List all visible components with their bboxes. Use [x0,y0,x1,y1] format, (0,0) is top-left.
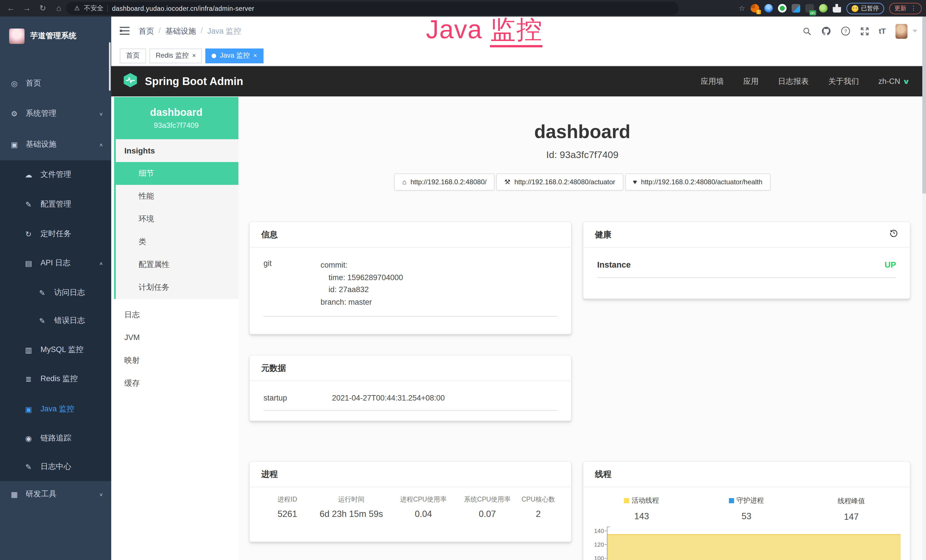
user-avatar[interactable] [896,24,908,38]
extension-icon-orange[interactable]: 1 [750,4,759,12]
extension-badge: 1 [756,10,761,14]
extensions-puzzle-icon[interactable] [832,4,841,12]
screen: ← → ↻ ⌂ ⚠ 不安全 dashboard.yudao.iocoder.cn… [0,0,926,560]
sba-item-caches[interactable]: 缓存 [114,372,238,395]
row-divider [263,410,557,411]
tab-redis-monitor[interactable]: Redis 监控 × [150,48,202,63]
sba-instance-header[interactable]: dashboard 93a3fc7f7409 [114,97,238,139]
cloud-icon: ☁ [24,170,33,179]
edit-icon: ✎ [24,200,33,209]
close-icon[interactable]: × [253,53,257,59]
actuator-url-button[interactable]: ⚒ http://192.168.0.2:48080/actuator [496,173,623,191]
hamburger-icon[interactable] [120,27,130,35]
search-icon[interactable] [802,27,811,36]
extension-icon-list[interactable]: on [805,4,814,12]
sidebar-item-log-center[interactable]: ✎ 日志中心 [0,453,111,481]
history-icon: ↻ [24,230,33,238]
sba-nav-wallboard[interactable]: 应用墙 [701,76,724,86]
document-icon: ▤ [24,259,33,267]
sidebar-scrollbar[interactable] [109,42,110,91]
sba-item-scheduled[interactable]: 计划任务 [116,276,238,299]
reload-icon[interactable]: ↻ [35,0,50,17]
y-tick-120: 120 [594,541,604,548]
security-warning-icon[interactable]: ⚠ [74,5,80,12]
scrollbar-thumb[interactable] [922,17,926,194]
forward-icon[interactable]: → [20,0,34,17]
pid-value: 5261 [263,509,311,519]
sidebar-item-scheduled-tasks[interactable]: ↻ 定时任务 [0,219,111,248]
app-logo-image [9,28,24,44]
sba-instance-name: dashboard [114,107,238,119]
monitor-icon: ▣ [10,140,19,148]
sba-locale-select[interactable]: zh-CN ∨ [878,77,909,86]
browser-menu-icon[interactable]: ⋮ [910,5,917,12]
address-bar[interactable]: ⚠ 不安全 dashboard.yudao.iocoder.cn/infra/a… [66,2,679,15]
startup-row: startup 2021-04-27T00:44:31.254+08:00 [250,381,571,402]
extension-icon-pin[interactable] [764,4,773,12]
sidebar-item-system[interactable]: ⚙ 系统管理 ∨ [0,99,111,128]
bookmark-star-icon[interactable]: ☆ [738,4,745,12]
sidebar-item-dev-tools[interactable]: ▦ 研发工具 ∨ [0,480,111,509]
extension-icon-green[interactable] [778,4,786,12]
home-icon[interactable]: ⌂ [51,0,66,17]
sba-item-environment[interactable]: 环境 [116,208,238,230]
sba-item-classes[interactable]: 类 [116,230,238,253]
page-title: dashboard [238,121,926,143]
sidebar-item-mysql-monitor[interactable]: ▥ MySQL 监控 [0,336,111,364]
sba-nav-applications[interactable]: 应用 [743,76,759,86]
sba-item-logs[interactable]: 日志 [114,304,238,326]
fullscreen-icon[interactable] [860,27,869,36]
sidebar-item-home[interactable]: ◎ 首页 [0,69,111,98]
sidebar-item-trace[interactable]: ◉ 链路追踪 [0,424,111,453]
sidebar-item-redis-monitor[interactable]: ≣ Redis 监控 [0,365,111,393]
chrome-update-button[interactable]: 更新 ⋮ [889,3,922,14]
chevron-up-icon: ∧ [99,260,103,266]
github-icon[interactable] [821,26,831,36]
page-scrollbar[interactable] [922,17,926,560]
gear-icon: ⚙ [10,109,19,118]
sba-nav-journal[interactable]: 日志报表 [778,76,809,86]
font-size-icon[interactable]: tT [879,27,886,35]
svg-text:?: ? [844,29,847,34]
sidebar-item-access-logs[interactable]: ✎ 访问日志 [0,278,111,307]
extension-icon-leaf[interactable] [819,4,827,12]
document-icon: ✎ [38,316,47,325]
sba-brand[interactable]: Spring Boot Admin [145,75,243,88]
sidebar-item-file-manage[interactable]: ☁ 文件管理 [0,160,111,189]
sba-item-details[interactable]: 细节 [114,162,238,185]
sba-item-mappings[interactable]: 映射 [114,349,238,372]
profile-paused-pill[interactable]: 已暂停 [846,3,884,14]
sba-header: Spring Boot Admin 应用墙 应用 日志报表 关于我们 zh-CN… [111,66,926,97]
sidebar-item-java-monitor[interactable]: ▣ Java 监控 [0,395,111,423]
avatar-caret-icon[interactable] [912,30,917,33]
col-header: CPU核心数 [519,495,557,504]
process-cpu-value: 0.04 [391,509,455,519]
tab-home[interactable]: 首页 [120,48,146,63]
uptime-value: 6d 23h 15m 59s [311,509,391,519]
tab-java-monitor[interactable]: Java 监控 × [206,48,263,63]
help-icon[interactable]: ? [840,26,850,36]
health-url-button[interactable]: ♥ http://192.168.0.2:48080/actuator/heal… [625,173,770,191]
sidebar-item-infra[interactable]: ▣ 基础设施 ∧ [0,130,111,159]
sidebar-item-api-logs[interactable]: ▤ API 日志 ∧ [0,249,111,277]
breadcrumb: 首页 / 基础设施 / Java 监控 [139,26,241,36]
sidebar-item-config-manage[interactable]: ✎ 配置管理 [0,190,111,218]
sba-item-jvm[interactable]: JVM [114,326,238,349]
sidebar-item-error-logs[interactable]: ✎ 错误日志 [0,306,111,335]
url-text[interactable]: dashboard.yudao.iocoder.cn/infra/admin-s… [112,5,254,12]
back-icon[interactable]: ← [3,0,18,17]
service-url-button[interactable]: ⌂ http://192.168.0.2:48080/ [394,173,495,191]
breadcrumb-infra[interactable]: 基础设施 [165,26,196,36]
extension-icon-grid[interactable] [791,4,800,12]
breadcrumb-home[interactable]: 首页 [139,26,154,36]
history-icon[interactable] [889,222,898,247]
sba-nav-about[interactable]: 关于我们 [828,76,859,86]
sba-item-config-props[interactable]: 配置属性 [116,253,238,276]
sba-item-metrics[interactable]: 性能 [116,185,238,208]
close-icon[interactable]: × [192,53,196,59]
process-card: 进程 进程ID 5261 运行时间 6d 23h 15m 59s 进程CPU使用… [249,461,572,542]
live-threads-value: 143 [589,511,694,522]
threads-legend: 活动线程 143 守护进程 53 线程峰值 147 [584,487,910,522]
document-icon: ✎ [24,462,33,471]
app-logo[interactable]: 芋道管理系统 [0,22,111,50]
